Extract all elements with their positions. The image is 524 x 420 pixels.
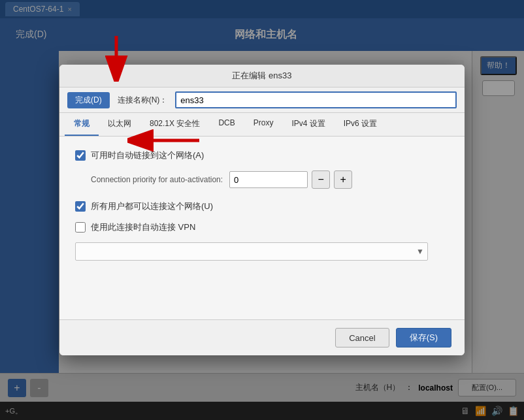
all-users-row: 所有用户都可以连接这个网络(U) [75,201,449,212]
tab-security[interactable]: 802.1X 安全性 [140,113,209,136]
connection-name-input[interactable] [175,91,457,108]
modal-content: 可用时自动链接到这个网络(A) Connection priority for … [59,137,465,319]
desktop: CentOS7-64-1 × 完成(D) 网络和主机名 🖧 以太网 [0,0,524,420]
modal-overlay: 正在编辑 ens33 完成(D) 连接名称(N)： 常规 以太网 802.1X … [0,0,524,420]
auto-connect-checkbox[interactable] [75,150,86,161]
tab-dcb[interactable]: DCB [209,113,244,136]
vpn-label: 使用此连接时自动连接 VPN [91,221,195,233]
priority-row: Connection priority for auto-activation:… [91,170,449,189]
priority-decrease-button[interactable]: − [312,170,330,189]
priority-input[interactable] [229,171,308,188]
vpn-select[interactable] [75,242,428,261]
tab-ethernet[interactable]: 以太网 [99,113,140,136]
all-users-checkbox[interactable] [75,201,86,212]
modal-dialog: 正在编辑 ens33 完成(D) 连接名称(N)： 常规 以太网 802.1X … [59,65,465,355]
auto-connect-row: 可用时自动链接到这个网络(A) [75,150,449,161]
priority-increase-button[interactable]: + [334,170,352,189]
vpn-checkbox[interactable] [75,222,86,233]
tab-general[interactable]: 常规 [65,113,99,136]
connection-name-label: 连接名称(N)： [118,95,168,106]
modal-tabs: 常规 以太网 802.1X 安全性 DCB Proxy IPv4 设置 IPv6… [59,113,465,137]
modal-toolbar: 完成(D) 连接名称(N)： [59,88,465,113]
modal-title: 正在编辑 ens33 [232,71,291,80]
cancel-button[interactable]: Cancel [335,328,389,347]
modal-titlebar: 正在编辑 ens33 [59,65,465,88]
tab-ipv6[interactable]: IPv6 设置 [335,113,386,136]
priority-label: Connection priority for auto-activation: [91,175,223,184]
save-button[interactable]: 保存(S) [396,328,451,347]
vpn-row: 使用此连接时自动连接 VPN [75,221,449,233]
tab-ipv4[interactable]: IPv4 设置 [282,113,334,136]
auto-connect-label: 可用时自动链接到这个网络(A) [91,150,204,161]
vpn-select-wrapper: ▼ [75,242,428,261]
priority-input-group: − + [229,170,352,189]
modal-done-button[interactable]: 完成(D) [67,92,110,108]
vpn-dropdown-row: ▼ [75,242,449,261]
all-users-label: 所有用户都可以连接这个网络(U) [91,201,213,212]
tab-proxy[interactable]: Proxy [244,113,283,136]
modal-footer: Cancel 保存(S) [59,319,465,355]
